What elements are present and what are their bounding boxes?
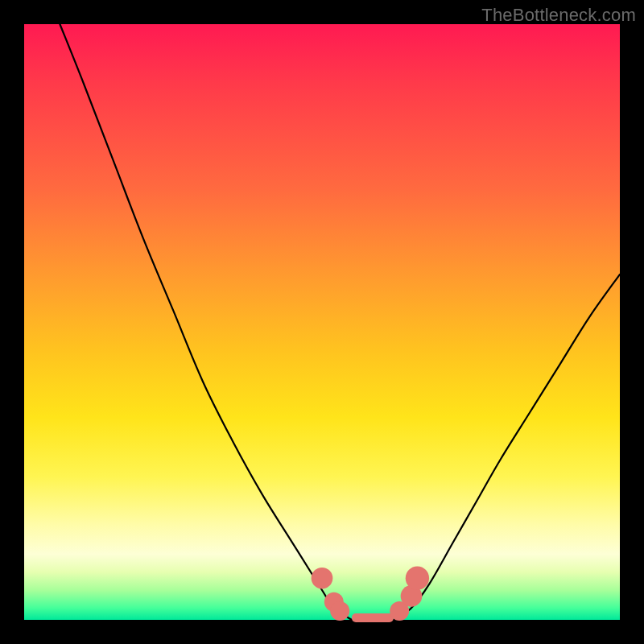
valley-floor-bar [352,613,394,622]
left-branch-curve [60,24,352,620]
valley-markers [312,567,429,621]
curve-layer [24,24,620,620]
curve-marker [330,601,349,621]
outer-frame: TheBottleneck.com [0,0,644,644]
right-branch-curve [394,275,620,620]
curve-marker [312,568,333,589]
curve-marker [406,567,429,590]
plot-area [24,24,620,620]
watermark-text: TheBottleneck.com [481,5,636,26]
